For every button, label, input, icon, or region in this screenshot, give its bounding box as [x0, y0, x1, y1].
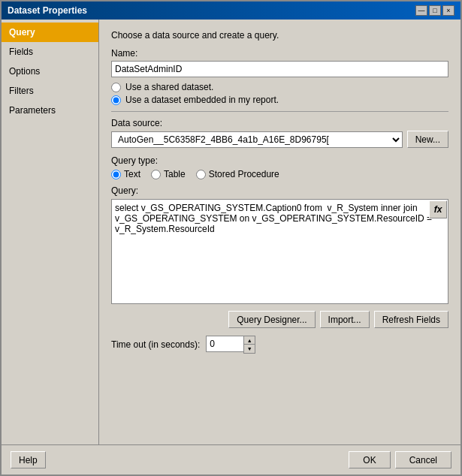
separator-1	[111, 111, 448, 112]
spinner-down-button[interactable]: ▼	[244, 345, 255, 353]
timeout-input[interactable]	[206, 336, 243, 352]
spinner-buttons: ▲ ▼	[243, 336, 255, 354]
dialog-content: Query Fields Options Filters Parameters …	[2, 20, 460, 444]
minimize-button[interactable]: —	[415, 5, 427, 16]
query-textarea[interactable]: select v_GS_OPERATING_SYSTEM.Caption0 fr…	[111, 199, 448, 304]
window-title: Dataset Properties	[8, 5, 87, 16]
dataset-type-group: Use a shared dataset. Use a dataset embe…	[111, 82, 448, 105]
sidebar-item-fields[interactable]: Fields	[2, 42, 98, 62]
query-designer-button[interactable]: Query Designer...	[228, 311, 315, 328]
maximize-button[interactable]: □	[429, 5, 441, 16]
new-datasource-button[interactable]: New...	[407, 131, 448, 148]
shared-dataset-option[interactable]: Use a shared dataset.	[111, 82, 448, 92]
embedded-dataset-option[interactable]: Use a dataset embedded in my report.	[111, 95, 448, 105]
dataset-properties-dialog: Dataset Properties — □ × Query Fields Op…	[0, 0, 462, 476]
query-type-table-radio[interactable]	[151, 170, 161, 179]
embedded-dataset-radio[interactable]	[111, 95, 121, 105]
close-button[interactable]: ×	[442, 5, 454, 16]
query-container: select v_GS_OPERATING_SYSTEM.Caption0 fr…	[111, 199, 448, 306]
name-input[interactable]	[111, 61, 448, 77]
query-buttons-row: Query Designer... Import... Refresh Fiel…	[111, 311, 448, 328]
title-bar: Dataset Properties — □ ×	[2, 2, 460, 20]
datasource-label: Data source:	[111, 118, 448, 128]
shared-dataset-radio[interactable]	[111, 83, 121, 92]
window-controls: — □ ×	[415, 5, 454, 16]
query-type-text-radio[interactable]	[111, 170, 121, 179]
sidebar: Query Fields Options Filters Parameters	[2, 20, 99, 444]
sidebar-item-parameters[interactable]: Parameters	[2, 101, 98, 120]
bottom-right-buttons: OK Cancel	[349, 451, 451, 468]
import-button[interactable]: Import...	[320, 311, 370, 328]
spinner-up-button[interactable]: ▲	[244, 336, 255, 345]
timeout-spinner: ▲ ▼	[206, 336, 255, 354]
sidebar-item-query[interactable]: Query	[2, 23, 98, 42]
refresh-fields-button[interactable]: Refresh Fields	[374, 311, 448, 328]
query-type-storedproc-radio[interactable]	[196, 170, 206, 179]
query-type-row: Text Table Stored Procedure	[111, 169, 448, 179]
datasource-row: AutoGen__5C6358F2_4BB6_4a1b_A16E_8D96795…	[111, 131, 448, 148]
section-description: Choose a data source and create a query.	[111, 30, 448, 41]
query-label: Query:	[111, 185, 448, 196]
query-type-storedproc[interactable]: Stored Procedure	[196, 169, 279, 179]
fx-button[interactable]: fx	[429, 200, 447, 218]
bottom-bar: Help OK Cancel	[2, 444, 460, 474]
sidebar-item-options[interactable]: Options	[2, 62, 98, 81]
query-type-text[interactable]: Text	[111, 169, 140, 179]
timeout-label: Time out (in seconds):	[111, 339, 200, 350]
ok-button[interactable]: OK	[349, 451, 390, 468]
cancel-button[interactable]: Cancel	[395, 451, 451, 468]
query-type-label: Query type:	[111, 155, 448, 166]
query-type-table[interactable]: Table	[151, 169, 186, 179]
sidebar-item-filters[interactable]: Filters	[2, 81, 98, 101]
timeout-row: Time out (in seconds): ▲ ▼	[111, 336, 448, 354]
datasource-select[interactable]: AutoGen__5C6358F2_4BB6_4a1b_A16E_8D96795…	[111, 131, 403, 148]
main-panel: Choose a data source and create a query.…	[99, 20, 460, 444]
name-label: Name:	[111, 48, 448, 59]
help-button[interactable]: Help	[11, 451, 46, 468]
